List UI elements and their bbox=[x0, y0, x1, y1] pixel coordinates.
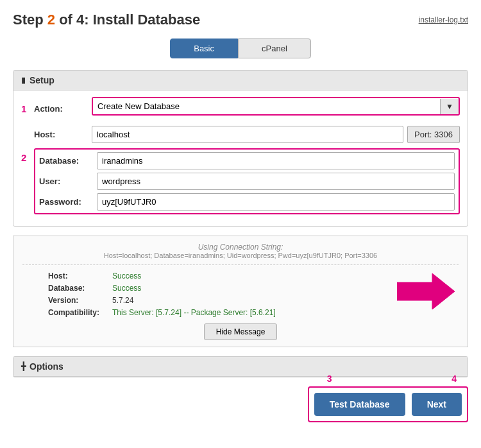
bottom-bar: 3 4 Test Database Next bbox=[13, 386, 468, 422]
user-label: User: bbox=[39, 177, 97, 186]
user-row: User: bbox=[39, 173, 455, 190]
page-header: Step 2 of 4: Install Database installer-… bbox=[13, 12, 468, 28]
password-input[interactable] bbox=[97, 193, 455, 211]
title-suffix: of 4: Install Database bbox=[55, 12, 200, 28]
step-badge-3: 3 bbox=[327, 374, 332, 384]
test-database-button[interactable]: Test Database bbox=[314, 393, 405, 416]
action-row: 1 Action: ▼ bbox=[21, 97, 460, 121]
host-input[interactable] bbox=[92, 126, 403, 143]
tab-bar: Basic cPanel bbox=[13, 39, 468, 58]
setup-section-body: 1 Action: ▼ Host: Port: 3306 2 bbox=[13, 90, 468, 226]
options-section: ╋ Options bbox=[13, 356, 468, 377]
step-number: 2 bbox=[47, 12, 55, 28]
next-button[interactable]: Next bbox=[412, 393, 462, 416]
options-section-title: Options bbox=[30, 361, 63, 372]
setup-section-header: ▮ Setup bbox=[13, 71, 468, 90]
hide-message-button[interactable]: Hide Message bbox=[204, 323, 278, 340]
password-row: Password: bbox=[39, 193, 455, 211]
status-compat-val: This Server: [5.7.24] -- Package Server:… bbox=[112, 308, 276, 317]
step-badge-2: 2 bbox=[21, 148, 34, 163]
status-database-key: Database: bbox=[48, 284, 112, 293]
connection-string-value: Host=localhost; Database=iranadmins; Uid… bbox=[22, 252, 459, 259]
db-user-pass-group: Database: User: bbox=[34, 148, 460, 214]
options-expand-icon[interactable]: ╋ bbox=[21, 362, 26, 371]
connection-string-label: Using Connection String: bbox=[22, 243, 459, 252]
title-prefix: Step bbox=[13, 12, 47, 28]
options-section-header: ╋ Options bbox=[13, 357, 468, 377]
tab-basic[interactable]: Basic bbox=[170, 39, 238, 58]
database-row: Database: bbox=[39, 152, 455, 169]
installer-log-link[interactable]: installer-log.txt bbox=[419, 15, 468, 24]
setup-section-title: Setup bbox=[30, 75, 55, 85]
host-row: Host: Port: 3306 bbox=[21, 126, 460, 143]
status-compat-row: Compatibility: This Server: [5.7.24] -- … bbox=[48, 308, 459, 317]
host-label: Host: bbox=[34, 130, 92, 139]
divider bbox=[22, 264, 459, 265]
database-label: Database: bbox=[39, 156, 97, 166]
password-label: Password: bbox=[39, 197, 97, 207]
status-host-val: Success bbox=[112, 271, 141, 280]
database-input[interactable] bbox=[97, 152, 455, 169]
info-panel: Using Connection String: Host=localhost;… bbox=[13, 236, 468, 347]
step-badge-4: 4 bbox=[451, 374, 457, 384]
action-input[interactable] bbox=[93, 98, 440, 114]
action-label: Action: bbox=[34, 104, 92, 114]
status-host-key: Host: bbox=[48, 271, 112, 280]
port-label: Port: 3306 bbox=[407, 126, 460, 143]
setup-section: ▮ Setup 1 Action: ▼ Host: Port: 3306 bbox=[13, 70, 468, 227]
status-database-val: Success bbox=[112, 284, 141, 293]
step-badge-1: 1 bbox=[21, 103, 34, 114]
collapse-icon[interactable]: ▮ bbox=[21, 76, 26, 85]
status-version-key: Version: bbox=[48, 296, 112, 305]
page-title: Step 2 of 4: Install Database bbox=[13, 12, 200, 28]
status-version-val: 5.7.24 bbox=[112, 296, 133, 305]
action-dropdown-btn[interactable]: ▼ bbox=[440, 99, 459, 114]
status-compat-key: Compatibility: bbox=[48, 308, 112, 317]
user-input[interactable] bbox=[97, 173, 455, 190]
tab-cpanel[interactable]: cPanel bbox=[238, 39, 311, 58]
svg-marker-0 bbox=[397, 273, 455, 309]
pink-arrow-icon bbox=[397, 273, 455, 309]
connection-string: Using Connection String: Host=localhost;… bbox=[22, 243, 459, 259]
